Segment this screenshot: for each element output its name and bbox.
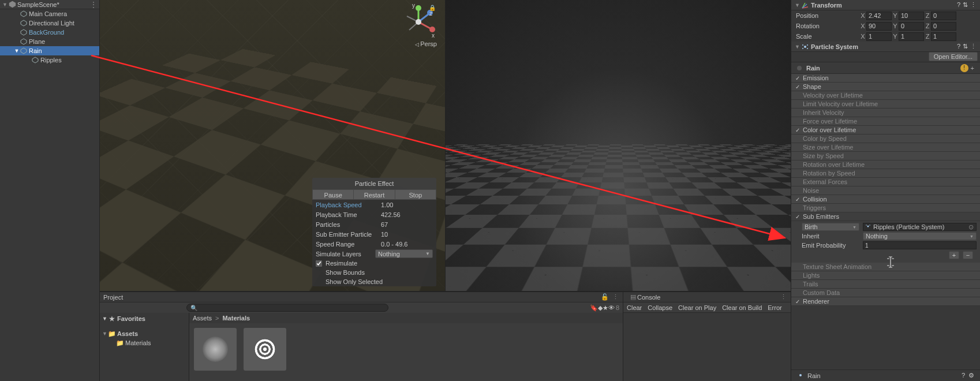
kebab-icon[interactable]: ⋮ — [611, 293, 619, 301]
module-checkbox[interactable] — [794, 126, 802, 134]
help-icon[interactable]: ? — [957, 1, 960, 9]
scene-view[interactable]: 🔒 y z x — [100, 0, 445, 291]
ps-module-shape[interactable]: Shape — [791, 83, 980, 91]
error-pause-button[interactable]: Error — [766, 304, 783, 311]
module-checkbox[interactable] — [794, 178, 802, 186]
material-thumb-blur[interactable] — [194, 328, 237, 371]
ps-main-module[interactable]: Rain ! + — [791, 62, 980, 74]
resimulate-checkbox[interactable] — [316, 260, 322, 267]
ps-module-force-over-lifetime[interactable]: Force over Lifetime — [791, 117, 980, 126]
module-checkbox[interactable] — [794, 289, 802, 297]
ps-module-collision[interactable]: Collision — [791, 195, 980, 204]
inherit-dropdown[interactable]: Nothing — [863, 232, 977, 240]
project-tree[interactable]: ▼ ★ Favorites ▼ 📁 Assets 📁 — [100, 313, 189, 381]
ps-module-trails[interactable]: Trails — [791, 280, 980, 289]
particle-system-header[interactable]: ▼ Particle System ? ⇅ ⋮ — [791, 42, 980, 52]
hierarchy-item-main-camera[interactable]: Main Camera — [0, 9, 99, 18]
resimulate-check[interactable]: Resimulate — [312, 259, 436, 268]
ps-module-rotation-by-speed[interactable]: Rotation by Speed — [791, 169, 980, 178]
rotation-y-input[interactable] — [899, 22, 924, 31]
module-checkbox[interactable] — [794, 263, 802, 271]
sub-emitter-type-dropdown[interactable]: Birth — [802, 223, 859, 231]
emit-prob-input[interactable] — [863, 241, 977, 249]
ps-module-noise[interactable]: Noise — [791, 186, 980, 195]
help-icon[interactable]: ? — [962, 372, 965, 379]
show-bounds-check[interactable]: Show Bounds — [312, 268, 436, 277]
ps-module-triggers[interactable]: Triggers — [791, 204, 980, 212]
module-checkbox[interactable] — [794, 117, 802, 125]
lock-icon[interactable]: 🔓 — [601, 293, 609, 301]
restart-button[interactable]: Restart — [354, 189, 395, 200]
project-grid[interactable]: Assets > Materials — [189, 313, 623, 381]
kebab-icon[interactable]: ⋮ — [970, 43, 977, 50]
ps-footer[interactable]: Rain ? ⚙ — [791, 369, 980, 381]
module-checkbox[interactable] — [794, 100, 802, 108]
pause-button[interactable]: Pause — [312, 189, 354, 200]
preset-icon[interactable]: ⇅ — [963, 1, 968, 9]
position-z-input[interactable] — [931, 12, 956, 20]
open-editor-button[interactable]: Open Editor... — [929, 52, 978, 61]
game-view[interactable] — [445, 0, 791, 291]
module-checkbox[interactable] — [794, 152, 802, 160]
module-checkbox[interactable] — [794, 109, 802, 117]
projection-label[interactable]: ◁ Persp — [415, 40, 437, 47]
warning-icon[interactable]: ! — [960, 64, 968, 72]
module-checkbox[interactable] — [794, 169, 802, 177]
show-only-selected-check[interactable]: Show Only Selected — [312, 277, 436, 286]
clear-on-build-button[interactable]: Clear on Build — [721, 304, 763, 311]
project-search-input[interactable] — [186, 304, 388, 312]
favorite-icon[interactable]: ★ — [603, 304, 608, 312]
module-checkbox[interactable] — [794, 186, 802, 195]
preset-icon[interactable]: ⇅ — [963, 43, 968, 50]
kebab-icon[interactable]: ⋮ — [779, 293, 787, 301]
crumb-root[interactable]: Assets — [193, 315, 212, 322]
transform-header[interactable]: ▼ Transform ? ⇅ ⋮ — [791, 0, 980, 10]
module-checkbox[interactable] — [794, 135, 802, 143]
module-checkbox[interactable] — [794, 195, 802, 203]
module-checkbox[interactable] — [794, 160, 802, 169]
scene-header[interactable]: ▼ SampleScene* ⋮ — [0, 0, 99, 9]
object-picker-icon[interactable]: ⊙ — [967, 223, 974, 230]
ps-module-rotation-over-lifetime[interactable]: Rotation over Lifetime — [791, 160, 980, 169]
scale-x-input[interactable] — [866, 32, 892, 41]
add-sub-emitter-button[interactable]: + — [949, 251, 959, 259]
hidden-icon[interactable]: 👁 — [608, 304, 615, 311]
module-checkbox[interactable] — [794, 280, 802, 288]
module-checkbox[interactable] — [794, 271, 802, 279]
orientation-gizmo[interactable]: 🔒 y z x — [401, 5, 436, 39]
rotation-x-input[interactable] — [866, 22, 892, 31]
collapse-button[interactable]: Collapse — [646, 304, 674, 311]
module-checkbox[interactable] — [794, 204, 802, 212]
ps-module-lights[interactable]: Lights — [791, 271, 980, 280]
breadcrumb[interactable]: Assets > Materials — [189, 313, 623, 323]
ps-module-sub-emitters[interactable]: Sub Emitters — [791, 212, 980, 221]
ps-module-emission[interactable]: Emission — [791, 74, 980, 83]
ps-module-external-forces[interactable]: External Forces — [791, 178, 980, 186]
kebab-icon[interactable]: ⋮ — [90, 1, 97, 9]
position-y-input[interactable] — [899, 12, 924, 20]
assets-row[interactable]: ▼ 📁 Assets — [100, 329, 189, 338]
module-checkbox[interactable] — [794, 91, 802, 99]
clear-on-play-button[interactable]: Clear on Play — [677, 304, 717, 311]
ps-module-inherit-velocity[interactable]: Inherit Velocity — [791, 109, 980, 117]
scale-y-input[interactable] — [899, 32, 924, 41]
ps-module-color-over-lifetime[interactable]: Color over Lifetime — [791, 126, 980, 135]
ps-module-limit-velocity-over-lifetime[interactable]: Limit Velocity over Lifetime — [791, 100, 980, 109]
material-thumb-rings[interactable] — [244, 328, 286, 371]
sub-emitter-object-field[interactable]: Ripples (Particle System) ⊙ — [863, 223, 977, 231]
module-checkbox[interactable] — [794, 143, 802, 151]
scale-z-input[interactable] — [931, 32, 956, 41]
ps-module-custom-data[interactable]: Custom Data — [791, 289, 980, 297]
ps-module-size-over-lifetime[interactable]: Size over Lifetime — [791, 143, 980, 152]
ps-module-color-by-speed[interactable]: Color by Speed — [791, 135, 980, 143]
ps-module-size-by-speed[interactable]: Size by Speed — [791, 152, 980, 160]
module-checkbox[interactable] — [794, 83, 802, 91]
hierarchy-item-background[interactable]: BackGround — [0, 28, 99, 37]
favorites-row[interactable]: ▼ ★ Favorites — [100, 314, 189, 323]
hierarchy-item-ripples[interactable]: Ripples — [0, 55, 99, 65]
clear-button[interactable]: Clear — [626, 304, 643, 311]
ps-module-renderer[interactable]: Renderer — [791, 297, 980, 306]
position-x-input[interactable] — [866, 12, 892, 20]
module-checkbox[interactable] — [794, 74, 802, 82]
plus-icon[interactable]: + — [971, 65, 974, 72]
